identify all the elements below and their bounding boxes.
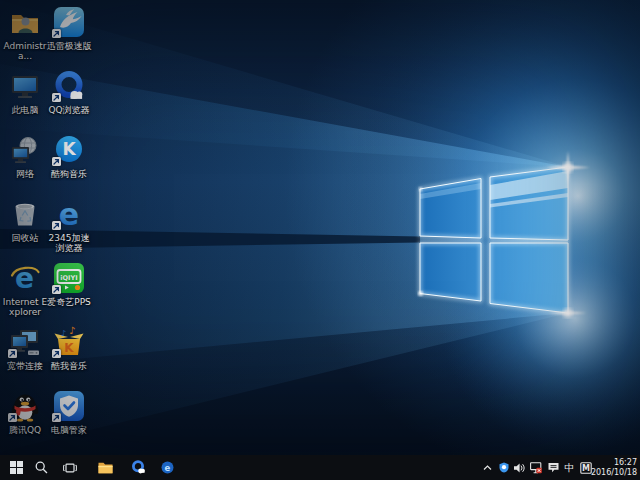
kuwo-box-icon: K ♪ ♪	[53, 326, 85, 358]
icon-label: 酷狗音乐	[46, 169, 92, 179]
clock-date: 2016/10/18	[591, 468, 637, 478]
thunder-bird-icon	[53, 6, 85, 38]
icon-label: QQ浏览器	[46, 105, 92, 115]
svg-text:e: e	[59, 198, 79, 230]
2345-e-icon: e	[53, 198, 85, 230]
desktop-icon-kugou-music[interactable]: K 酷狗音乐	[46, 134, 92, 179]
qq-penguin-icon	[9, 390, 41, 422]
qq-browser-ring-icon	[53, 70, 85, 102]
icon-label: 腾讯QQ	[2, 425, 48, 435]
icon-label: 迅雷极速版	[46, 41, 92, 51]
task-view-button[interactable]	[58, 455, 82, 480]
desktop[interactable]: Administra... 迅雷极速版	[0, 0, 640, 455]
desktop-icon-this-pc[interactable]: 此电脑	[2, 70, 48, 115]
tray-volume-button[interactable]	[512, 455, 527, 480]
shortcut-arrow-icon	[52, 93, 61, 102]
svg-text:K: K	[64, 341, 74, 355]
desktop-icon-2345-browser[interactable]: e 2345加速浏览器	[46, 198, 92, 253]
desktop-icon-pc-manager[interactable]: 电脑管家	[46, 390, 92, 435]
file-explorer-icon	[98, 461, 113, 474]
svg-text:♪: ♪	[61, 329, 66, 338]
svg-text:iQIYI: iQIYI	[60, 274, 77, 282]
shortcut-arrow-icon	[8, 413, 17, 422]
shield-icon	[499, 462, 509, 473]
broadband-monitors-icon	[9, 326, 41, 358]
icon-label: 酷我音乐	[46, 361, 92, 371]
shortcut-arrow-icon	[8, 349, 17, 358]
desktop-icon-thunder-speed[interactable]: 迅雷极速版	[46, 6, 92, 51]
shortcut-arrow-icon	[52, 285, 61, 294]
tray-network-button[interactable]	[528, 455, 544, 480]
shortcut-arrow-icon	[52, 157, 61, 166]
icon-label: 网络	[2, 169, 48, 179]
icon-label: 回收站	[2, 233, 48, 243]
tray-action-center-button[interactable]	[545, 455, 561, 480]
start-button[interactable]	[4, 455, 28, 480]
icon-label: 宽带连接	[2, 361, 48, 371]
desktop-icon-tencent-qq[interactable]: 腾讯QQ	[2, 390, 48, 435]
this-pc-monitor-icon	[9, 70, 41, 102]
desktop-icon-network[interactable]: 网络	[2, 134, 48, 179]
administrator-folder-icon	[9, 6, 41, 38]
kugou-k-circle-icon: K	[53, 134, 85, 166]
qq-browser-icon	[131, 460, 146, 475]
taskbar: e 中	[0, 455, 640, 480]
desktop-icon-administrator[interactable]: Administra...	[2, 6, 48, 61]
network-disconnected-icon	[530, 462, 542, 474]
search-icon	[35, 461, 48, 474]
shortcut-arrow-icon	[52, 29, 61, 38]
action-center-icon	[548, 462, 559, 473]
svg-text:K: K	[62, 139, 76, 159]
shortcut-arrow-icon	[52, 221, 61, 230]
recycle-bin-icon	[9, 198, 41, 230]
svg-text:e: e	[165, 463, 171, 473]
search-button[interactable]	[30, 455, 53, 480]
tray-ime-mode-indicator[interactable]: 中	[562, 455, 577, 480]
desktop-icon-recycle-bin[interactable]: 回收站	[2, 198, 48, 243]
tray-pc-manager-button[interactable]	[496, 455, 511, 480]
icon-label: 此电脑	[2, 105, 48, 115]
svg-text:e: e	[15, 262, 34, 294]
icon-label: 电脑管家	[46, 425, 92, 435]
ie-e-icon: e	[9, 262, 41, 294]
desktop-icon-broadband-connection[interactable]: 宽带连接	[2, 326, 48, 371]
taskbar-qq-browser-button[interactable]	[126, 455, 150, 480]
shortcut-arrow-icon	[52, 413, 61, 422]
speaker-icon	[514, 463, 525, 473]
network-globe-monitor-icon	[9, 134, 41, 166]
desktop-icon-iqiyi-pps[interactable]: iQIYI 爱奇艺PPS	[46, 262, 92, 307]
tray-clock[interactable]: 16:27 2016/10/18	[585, 455, 637, 480]
shortcut-arrow-icon	[52, 349, 61, 358]
icon-label: Administra...	[2, 41, 48, 61]
task-view-icon	[63, 462, 77, 474]
icon-label: 2345加速浏览器	[46, 233, 92, 253]
icon-label: 爱奇艺PPS	[46, 297, 92, 307]
icon-label: Internet Explorer	[2, 297, 48, 317]
svg-text:♪: ♪	[69, 326, 75, 336]
tray-show-hidden-icons-button[interactable]	[479, 455, 495, 480]
pc-manager-shield-icon	[53, 390, 85, 422]
taskbar-file-explorer-button[interactable]	[94, 455, 117, 480]
2345-browser-icon: e	[161, 461, 174, 474]
windows-logo-icon	[10, 461, 23, 474]
desktop-icon-qq-browser[interactable]: QQ浏览器	[46, 70, 92, 115]
clock-time: 16:27	[614, 458, 637, 468]
windows-hero-wallpaper	[0, 0, 640, 455]
desktop-icon-internet-explorer[interactable]: e Internet Explorer	[2, 262, 48, 317]
desktop-icon-kuwo-music[interactable]: K ♪ ♪ 酷我音乐	[46, 326, 92, 371]
taskbar-2345-browser-button[interactable]: e	[156, 455, 179, 480]
iqiyi-tile-icon: iQIYI	[53, 262, 85, 294]
ime-mode-label: 中	[565, 461, 575, 475]
chevron-up-icon	[483, 465, 492, 471]
